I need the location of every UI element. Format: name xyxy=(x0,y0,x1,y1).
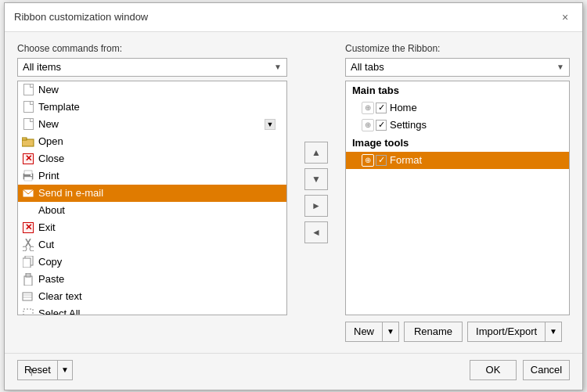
doc-new-icon xyxy=(21,117,35,131)
tree-item-label-home: Home xyxy=(390,102,417,113)
close-icon: ✕ xyxy=(21,152,35,166)
list-item-text: Clear text xyxy=(38,290,82,302)
section-image-tools: Image tools xyxy=(346,134,569,152)
close-button[interactable]: × xyxy=(557,9,573,25)
ribbon-dropdown-value: All tabs xyxy=(351,61,384,73)
clear-icon xyxy=(21,290,35,304)
svg-rect-3 xyxy=(24,171,32,174)
list-item-text: New xyxy=(38,84,59,95)
move-up-button[interactable]: ▲ xyxy=(304,142,328,164)
list-item[interactable]: New ▼ xyxy=(18,116,286,133)
folder-icon xyxy=(21,135,35,149)
exit-icon: ✕ xyxy=(21,221,35,235)
commands-dropdown-arrow: ▼ xyxy=(274,63,282,71)
ribbon-dropdown[interactable]: All tabs ▼ xyxy=(345,58,570,77)
selectall-icon xyxy=(21,307,35,315)
list-item-text: Open xyxy=(38,135,63,147)
tree-item-format[interactable]: ⊕ Format xyxy=(346,152,569,169)
doc-new-icon xyxy=(21,83,35,97)
list-item-text: Print xyxy=(38,170,59,182)
expand-settings[interactable]: ⊕ xyxy=(362,119,374,131)
list-item-text: Cut xyxy=(38,239,54,250)
import-export-button-arrow[interactable]: ▼ xyxy=(546,322,561,341)
list-item[interactable]: Select All xyxy=(18,305,286,315)
list-item[interactable]: Template xyxy=(18,99,286,116)
commands-list[interactable]: New Template xyxy=(17,81,287,315)
list-item[interactable]: Clear text xyxy=(18,288,286,305)
new-button[interactable]: New xyxy=(346,322,383,341)
expand-btn[interactable]: ▼ xyxy=(265,119,275,130)
list-item[interactable]: Paste xyxy=(18,271,286,288)
left-panel-label: Choose commands from: xyxy=(17,43,287,54)
print-icon xyxy=(21,169,35,183)
reset-button-arrow[interactable]: ▼ xyxy=(58,361,72,379)
dialog: Ribbon customization window × Choose com… xyxy=(4,2,583,390)
commands-dropdown-value: All items xyxy=(23,61,61,73)
rename-button[interactable]: Rename xyxy=(404,322,463,342)
ribbon-tree[interactable]: Main tabs ⊕ Home ⊕ Settings Image tools xyxy=(345,81,570,315)
dialog-title: Ribbon customization window xyxy=(14,11,148,23)
tree-item-home[interactable]: ⊕ Home xyxy=(346,99,569,117)
right-panel: Customize the Ribbon: All tabs ▼ Main ta… xyxy=(345,43,570,342)
right-panel-label: Customize the Ribbon: xyxy=(345,43,570,54)
list-item[interactable]: Copy xyxy=(18,254,286,271)
cursor-indicator: ↑ xyxy=(28,365,34,379)
copy-icon xyxy=(21,255,35,269)
checkbox-settings[interactable] xyxy=(376,120,387,131)
list-item-text: Close xyxy=(38,153,64,164)
dialog-footer: Reset ▼ ↑ OK Cancel xyxy=(5,353,582,390)
import-export-split-button[interactable]: Import/Export ▼ xyxy=(467,322,562,342)
dialog-body: Choose commands from: All items ▼ New xyxy=(5,32,582,353)
right-bottom-row: New ▼ Rename Import/Export ▼ xyxy=(345,322,570,342)
checkbox-home[interactable] xyxy=(376,102,387,113)
svg-rect-13 xyxy=(24,276,32,286)
list-item[interactable]: Send in e-mail xyxy=(18,185,286,202)
svg-rect-14 xyxy=(26,273,31,277)
cancel-button[interactable]: Cancel xyxy=(523,360,570,380)
two-column-layout: Choose commands from: All items ▼ New xyxy=(17,43,570,342)
new-button-arrow[interactable]: ▼ xyxy=(383,322,398,341)
list-item[interactable]: ✕ Close xyxy=(18,150,286,167)
ribbon-dropdown-arrow: ▼ xyxy=(556,63,564,71)
new-split-button[interactable]: New ▼ xyxy=(345,322,399,342)
checkbox-format[interactable] xyxy=(376,155,387,166)
add-right-button[interactable]: ► xyxy=(304,195,328,217)
tree-item-settings[interactable]: ⊕ Settings xyxy=(346,117,569,134)
list-item[interactable]: New xyxy=(18,81,286,99)
list-item[interactable]: About xyxy=(18,202,286,219)
left-panel: Choose commands from: All items ▼ New xyxy=(17,43,287,342)
reset-button[interactable]: Reset xyxy=(18,361,58,379)
list-item-text: About xyxy=(38,204,65,216)
list-item[interactable]: Print xyxy=(18,167,286,185)
list-item-text: Select All xyxy=(38,307,80,315)
send-icon xyxy=(21,186,35,200)
expand-home[interactable]: ⊕ xyxy=(362,102,374,114)
footer-right: OK Cancel xyxy=(470,360,570,380)
commands-dropdown[interactable]: All items ▼ xyxy=(17,58,287,77)
svg-rect-12 xyxy=(23,258,31,268)
tree-item-label-settings: Settings xyxy=(390,119,427,131)
list-item-text: New xyxy=(38,118,59,130)
paste-icon xyxy=(21,272,35,286)
about-icon xyxy=(21,203,35,218)
list-item-text: Send in e-mail xyxy=(38,187,103,199)
svg-point-9 xyxy=(23,246,27,251)
expand-format[interactable]: ⊕ xyxy=(362,154,374,167)
svg-rect-15 xyxy=(23,293,32,300)
remove-left-button[interactable]: ◄ xyxy=(304,221,328,243)
svg-rect-4 xyxy=(24,177,32,181)
list-item-text: Template xyxy=(38,101,80,113)
ok-button[interactable]: OK xyxy=(470,360,517,380)
arrow-column: ▲ ▼ ► ◄ xyxy=(300,142,333,243)
move-down-button[interactable]: ▼ xyxy=(304,168,328,190)
list-item[interactable]: Open xyxy=(18,133,286,150)
reset-split-button[interactable]: Reset ▼ xyxy=(17,360,73,380)
doc-new-icon xyxy=(21,100,35,114)
svg-rect-18 xyxy=(23,309,33,315)
svg-rect-1 xyxy=(22,138,27,140)
list-item[interactable]: Cut xyxy=(18,236,286,254)
list-item-text: Exit xyxy=(38,221,56,233)
list-item[interactable]: ✕ Exit xyxy=(18,219,286,236)
title-bar: Ribbon customization window × xyxy=(5,3,582,32)
import-export-button[interactable]: Import/Export xyxy=(468,322,546,341)
